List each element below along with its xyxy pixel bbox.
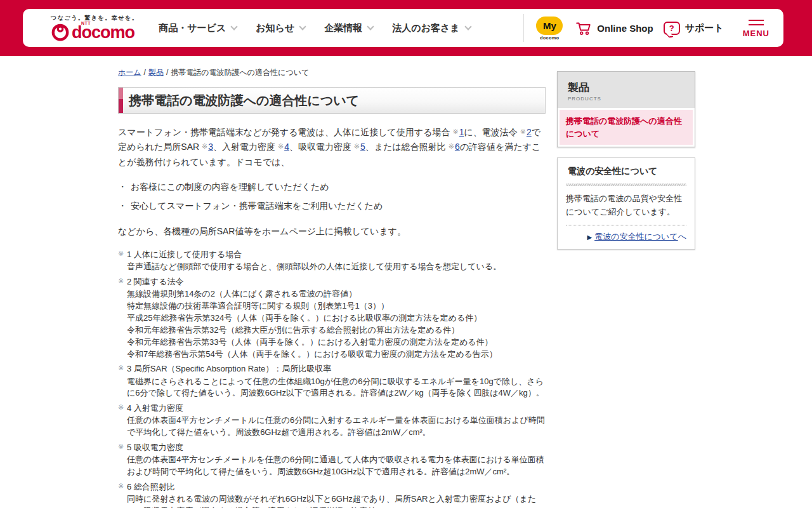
intro-paragraph: スマートフォン・携帯電話端末などが発する電波は、人体に近接して使用する場合 ※1… (118, 125, 546, 170)
online-shop-button[interactable]: Online Shop (575, 20, 653, 36)
site-header: つなごう。驚きを。幸せを。 docomo NTT 商品・サービス お知らせ 企業… (0, 0, 812, 56)
footnote-ref-link-5[interactable]: 5 (360, 142, 365, 152)
my-docomo-button[interactable]: My docomo (534, 17, 565, 40)
safety-link-row: ▶電波の安全性についてへ (566, 225, 686, 243)
header-utilities: My docomo Online Shop ? サポート MENU (523, 14, 769, 42)
menu-label: MENU (743, 29, 769, 38)
online-shop-label: Online Shop (597, 23, 653, 34)
question-bubble-icon: ? (664, 22, 680, 35)
footnote-ref-link-3[interactable]: 3 (208, 142, 213, 152)
footnote-item: ※ 3 局所SAR（Specific Absorption Rate）：局所比吸… (118, 363, 546, 399)
brand-tagline: つなごう。驚きを。幸せを。 (51, 14, 138, 22)
footnote-title: 3 局所SAR（Specific Absorption Rate）：局所比吸収率 (127, 363, 546, 375)
divider (566, 184, 686, 186)
page-title-box: 携帯電話の電波防護への適合性について (118, 87, 546, 114)
footnote-title: 4 入射電力密度 (127, 403, 546, 414)
outro-paragraph: などから、各機種の局所SAR値等をホームページ上に掲載しています。 (118, 226, 546, 237)
footnote-description: 令和元年総務省告示第33号（人体（両手を除く。）における入射電力密度の測定方法を… (127, 337, 497, 349)
breadcrumb-current: 携帯電話の電波防護への適合性について (171, 68, 309, 77)
arrow-right-icon: ▶ (587, 234, 592, 241)
ntt-label: NTT (81, 21, 91, 25)
safety-card-title: 電波の安全性について (566, 166, 686, 177)
products-card: 製品 PRODUCTS 携帯電話の電波防護への適合性について (557, 71, 695, 147)
support-label: サポート (685, 22, 724, 34)
list-item: ・ お客様にこの制度の内容を理解していただくため (118, 182, 546, 193)
asterisk-mark: ※ (118, 442, 127, 478)
nav-item-label: 企業情報 (324, 22, 362, 34)
chevron-down-icon (464, 23, 471, 30)
nav-item[interactable]: 法人のお客さま (392, 22, 470, 34)
products-subtitle: PRODUCTS (568, 96, 684, 102)
purpose-list: ・ お客様にこの制度の内容を理解していただくため ・ 安心してスマートフォン・携… (118, 182, 546, 212)
nav-item-label: 商品・サービス (159, 22, 226, 34)
footnote-description: 無線設備規則第14条の2（人体にばく露される電波の許容値） (127, 288, 497, 300)
asterisk-mark: ※ (118, 276, 127, 360)
footnote-title: 2 関連する法令 (127, 276, 497, 288)
cart-icon (575, 20, 592, 36)
safety-card: 電波の安全性について 携帯電話の電波の品質や安全性についてご紹介しています。 ▶… (557, 157, 695, 250)
nav-item-label: お知らせ (256, 22, 294, 34)
divider (523, 14, 524, 42)
asterisk-mark: ※ (118, 363, 127, 399)
breadcrumb: ホーム/製品/携帯電話の電波防護への適合性について (118, 67, 546, 78)
docomo-mark-icon (51, 23, 70, 42)
sidebar: 製品 PRODUCTS 携帯電話の電波防護への適合性について 電波の安全性につい… (557, 67, 695, 508)
footnote-description: 任意の体表面4平方センチメートルを任意の6分間に通過して人体内で吸収される電力を… (127, 454, 546, 478)
footnote-list: ※ 1 人体に近接して使用する場合 音声通話など側頭部で使用する場合と、側頭部以… (118, 249, 546, 508)
products-card-header: 製品 PRODUCTS (558, 72, 695, 108)
ref-mark: ※ (202, 142, 207, 150)
ref-mark: ※ (520, 128, 526, 135)
nav-item[interactable]: 商品・サービス (159, 22, 237, 34)
nav-item[interactable]: 企業情報 (324, 22, 373, 34)
footnote-item: ※ 1 人体に近接して使用する場合 音声通話など側頭部で使用する場合と、側頭部以… (118, 249, 546, 273)
docomo-logo[interactable]: つなごう。驚きを。幸せを。 docomo NTT (51, 14, 138, 42)
footnote-ref-link-2[interactable]: 2 (527, 127, 532, 137)
footnote-item: ※ 2 関連する法令 無線設備規則第14条の2（人体にばく露される電波の許容値）… (118, 276, 546, 360)
header-card: つなごう。驚きを。幸せを。 docomo NTT 商品・サービス お知らせ 企業… (23, 9, 783, 47)
footnote-item: ※ 5 吸収電力密度 任意の体表面4平方センチメートルを任意の6分間に通過して人… (118, 442, 546, 478)
asterisk-mark: ※ (118, 481, 127, 508)
page-body: ホーム/製品/携帯電話の電波防護への適合性について 携帯電話の電波防護への適合性… (0, 56, 812, 508)
safety-link[interactable]: 電波の安全性について (594, 232, 678, 241)
breadcrumb-link-products[interactable]: 製品 (148, 68, 164, 77)
asterisk-mark: ※ (118, 249, 127, 273)
safety-card-body: 携帯電話の電波の品質や安全性についてご紹介しています。 (566, 192, 686, 218)
footnote-description: 令和元年総務省告示第32号（総務大臣が別に告示する総合照射比の算出方法を定める件… (127, 324, 497, 337)
footnote-item: ※ 6 総合照射比 同時に発射される電波の周波数がそれぞれ6GHz以下と6GHz… (118, 481, 546, 508)
footnote-description: 任意の体表面4平方センチメートルに任意の6分間に入射するエネルギー量を体表面にお… (127, 415, 546, 439)
footnote-description: 特定無線設備の技術基準適合証明等に関する規則（別表第1号1（3）） (127, 300, 497, 312)
support-button[interactable]: ? サポート (664, 22, 724, 35)
footnote-ref-link-6[interactable]: 6 (455, 142, 460, 152)
footnote-description: 令和7年総務省告示第54号（人体（両手を除く。）における吸収電力密度の測定方法を… (127, 349, 497, 361)
chevron-down-icon (299, 23, 306, 30)
nav-item[interactable]: お知らせ (256, 22, 305, 34)
ref-mark: ※ (278, 142, 284, 150)
footnote-title: 5 吸収電力密度 (127, 442, 546, 453)
article-column: ホーム/製品/携帯電話の電波防護への適合性について 携帯電話の電波防護への適合性… (118, 67, 546, 508)
sidebar-item-current[interactable]: 携帯電話の電波防護への適合性について (560, 110, 693, 145)
footnote-title: 1 人体に近接して使用する場合 (127, 249, 501, 260)
asterisk-mark: ※ (118, 403, 127, 439)
footnote-description: 平成25年総務省告示第324号（人体（両手を除く。）における比吸収率の測定方法を… (127, 312, 497, 324)
footnote-ref-link-4[interactable]: 4 (284, 142, 289, 152)
docomo-wordmark: docomo (72, 24, 134, 41)
main-navigation: 商品・サービス お知らせ 企業情報 法人のお客さま (159, 22, 471, 34)
menu-button[interactable]: MENU (743, 18, 769, 38)
footnote-description: 電磁界にさらされることによって任意の生体組織10gが任意の6分間に吸収するエネル… (127, 376, 546, 400)
chevron-down-icon (231, 23, 238, 30)
footnote-title: 6 総合照射比 (127, 481, 546, 493)
chevron-down-icon (367, 23, 374, 30)
footnote-description: 同時に発射される電波の周波数がそれぞれ6GHz以下と6GHz超であり、局所SAR… (127, 493, 546, 508)
breadcrumb-link-home[interactable]: ホーム (118, 68, 141, 77)
footnote-item: ※ 4 入射電力密度 任意の体表面4平方センチメートルに任意の6分間に入射するエ… (118, 403, 546, 439)
ref-mark: ※ (452, 128, 458, 135)
my-docomo-badge: My (536, 17, 563, 35)
nav-item-label: 法人のお客さま (392, 22, 459, 34)
page-title: 携帯電話の電波防護への適合性について (119, 92, 359, 109)
list-item: ・ 安心してスマートフォン・携帯電話端末をご利用いただくため (118, 201, 546, 212)
ref-mark: ※ (354, 142, 360, 150)
title-accent-bar (119, 88, 123, 113)
hamburger-icon (749, 20, 764, 21)
ref-mark: ※ (449, 142, 454, 150)
footnote-description: 音声通話など側頭部で使用する場合と、側頭部以外の人体に近接して使用する場合を想定… (127, 261, 501, 273)
